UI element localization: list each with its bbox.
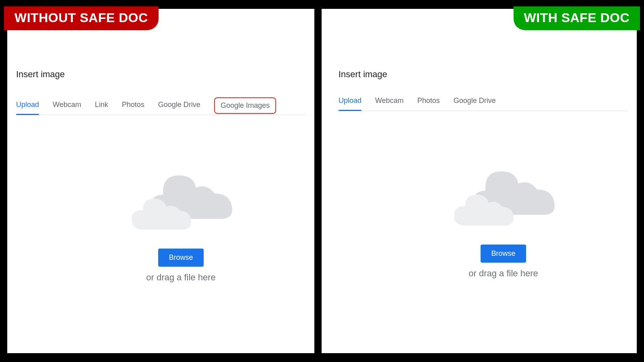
tab-webcam[interactable]: Webcam <box>53 101 81 115</box>
tab-photos[interactable]: Photos <box>417 97 440 111</box>
dialog-title: Insert image <box>339 69 628 80</box>
tab-upload[interactable]: Upload <box>16 101 39 115</box>
cloud-icon <box>449 167 558 228</box>
tab-google-drive[interactable]: Google Drive <box>158 101 200 115</box>
tab-google-drive[interactable]: Google Drive <box>454 97 496 111</box>
tabs-row: Upload Webcam Link Photos Google Drive G… <box>16 97 305 115</box>
tab-webcam[interactable]: Webcam <box>375 97 404 111</box>
cloud-icon <box>127 171 235 232</box>
tab-upload[interactable]: Upload <box>339 97 361 111</box>
tabs-row: Upload Webcam Photos Google Drive <box>339 97 628 111</box>
badge-without: WITHOUT SAFE DOC <box>4 6 159 30</box>
drag-hint: or drag a file here <box>146 272 215 283</box>
badge-with: WITH SAFE DOC <box>514 6 640 30</box>
panel-with-safedoc: WITH SAFE DOC Insert image Upload Webcam… <box>322 9 637 353</box>
tab-google-images[interactable]: Google Images <box>214 97 276 114</box>
panel-without-safedoc: WITHOUT SAFE DOC Insert image Upload Web… <box>7 9 314 353</box>
upload-area[interactable]: Browse or drag a file here <box>16 115 305 283</box>
tab-link[interactable]: Link <box>95 101 108 115</box>
tab-photos[interactable]: Photos <box>122 101 144 115</box>
dialog-title: Insert image <box>16 69 305 80</box>
upload-area[interactable]: Browse or drag a file here <box>339 111 628 279</box>
drag-hint: or drag a file here <box>469 268 538 279</box>
browse-button[interactable]: Browse <box>158 249 203 267</box>
browse-button[interactable]: Browse <box>481 245 526 263</box>
